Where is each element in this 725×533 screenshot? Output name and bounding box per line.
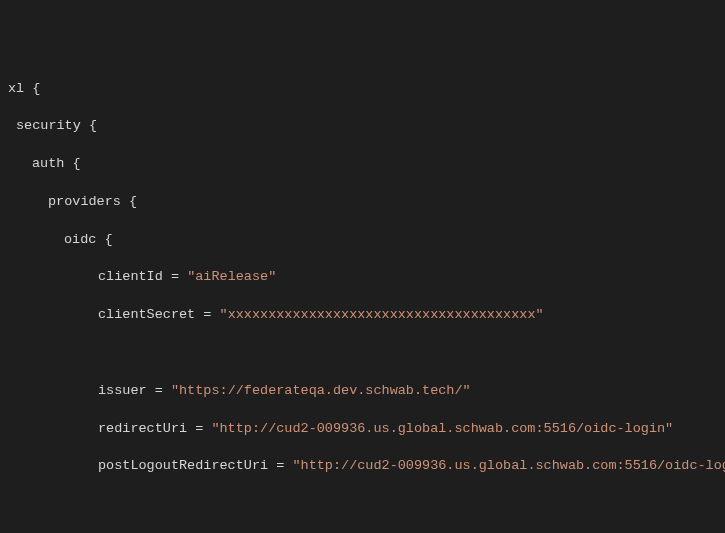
code-line: providers {: [8, 193, 717, 212]
code-line: xl {: [8, 80, 717, 99]
code-line: clientSecret = "xxxxxxxxxxxxxxxxxxxxxxxx…: [8, 306, 717, 325]
blank-line: [8, 495, 717, 514]
config-key: issuer =: [98, 383, 171, 398]
config-value: "https://federateqa.dev.schwab.tech/": [171, 383, 471, 398]
config-value: "xxxxxxxxxxxxxxxxxxxxxxxxxxxxxxxxxxxxxx": [220, 307, 544, 322]
code-line: clientId = "aiRelease": [8, 268, 717, 287]
code-line: security {: [8, 117, 717, 136]
config-key: clientId =: [98, 269, 187, 284]
code-line: auth {: [8, 155, 717, 174]
config-value: "http://cud2-009936.us.global.schwab.com…: [292, 458, 725, 473]
config-value: "aiRelease": [187, 269, 276, 284]
code-line: issuer = "https://federateqa.dev.schwab.…: [8, 382, 717, 401]
config-value: "http://cud2-009936.us.global.schwab.com…: [211, 421, 673, 436]
code-line: postLogoutRedirectUri = "http://cud2-009…: [8, 457, 717, 476]
code-line: redirectUri = "http://cud2-009936.us.glo…: [8, 420, 717, 439]
config-key: clientSecret =: [98, 307, 220, 322]
blank-line: [8, 344, 717, 363]
config-key: postLogoutRedirectUri =: [98, 458, 292, 473]
config-key: redirectUri =: [98, 421, 211, 436]
code-line: oidc {: [8, 231, 717, 250]
